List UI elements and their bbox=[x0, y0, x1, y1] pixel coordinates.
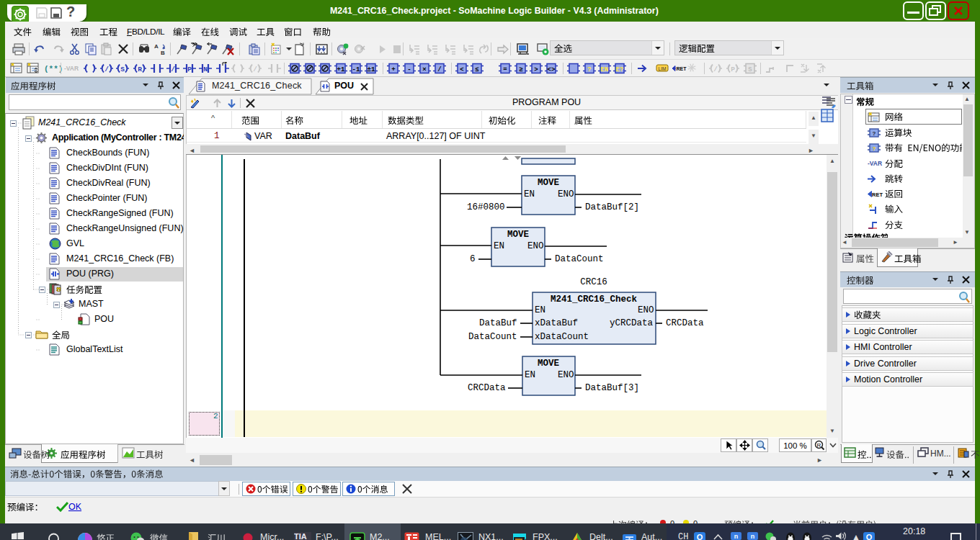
svg-text:S: S bbox=[748, 66, 752, 73]
svg-text:RET: RET bbox=[872, 192, 883, 198]
svg-text:?: ? bbox=[587, 66, 591, 73]
svg-text:/: / bbox=[437, 66, 441, 73]
svg-text:/: / bbox=[104, 66, 109, 73]
svg-text:?: ? bbox=[873, 145, 876, 152]
svg-text:S: S bbox=[120, 66, 125, 73]
svg-text:≤: ≤ bbox=[475, 66, 478, 73]
svg-text:LIM: LIM bbox=[659, 66, 667, 71]
svg-text:+1: +1 bbox=[337, 66, 345, 73]
svg-text:/: / bbox=[713, 66, 718, 73]
svg-text:<>: <> bbox=[548, 66, 556, 73]
svg-text:>: > bbox=[534, 66, 538, 73]
svg-text:≥: ≥ bbox=[519, 66, 522, 73]
svg-text:-1: -1 bbox=[352, 66, 360, 73]
svg-text:B: B bbox=[161, 50, 165, 56]
svg-text:-VAR: -VAR bbox=[64, 65, 79, 72]
svg-text:/: / bbox=[253, 66, 257, 73]
svg-text:A: A bbox=[154, 43, 159, 50]
svg-text:EN: EN bbox=[601, 66, 609, 73]
svg-text:×: × bbox=[422, 66, 426, 73]
svg-text:<: < bbox=[460, 66, 463, 73]
svg-text:P: P bbox=[731, 66, 735, 73]
svg-text:N: N bbox=[203, 66, 208, 73]
svg-text:?: ? bbox=[873, 130, 876, 137]
svg-text:-: - bbox=[407, 66, 411, 73]
svg-text:E?: E? bbox=[616, 66, 624, 73]
svg-text:/: / bbox=[171, 66, 175, 73]
svg-text:P: P bbox=[187, 66, 192, 73]
svg-text:+: + bbox=[391, 66, 395, 73]
svg-text:±1: ±1 bbox=[368, 66, 375, 73]
svg-text:RET: RET bbox=[677, 66, 687, 71]
svg-text:R: R bbox=[138, 66, 142, 73]
svg-text:=: = bbox=[503, 66, 507, 73]
svg-text:R: R bbox=[817, 442, 821, 449]
